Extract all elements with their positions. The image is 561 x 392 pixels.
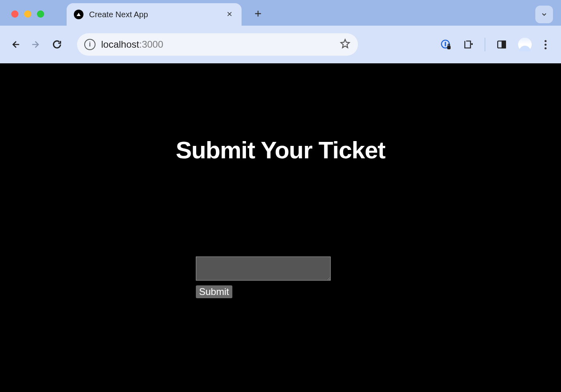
svg-rect-3 <box>502 41 506 48</box>
side-panel-button[interactable] <box>496 38 508 51</box>
bookmark-button[interactable] <box>339 38 351 51</box>
window-controls <box>11 10 44 18</box>
tab-favicon-icon <box>74 10 83 19</box>
extensions-button[interactable] <box>462 38 474 51</box>
onepassword-extension-button[interactable] <box>440 38 452 51</box>
browser-tab[interactable]: Create Next App <box>67 3 242 26</box>
window-fullscreen-button[interactable] <box>37 10 44 18</box>
address-bar[interactable]: i localhost:3000 <box>77 33 358 56</box>
window-minimize-button[interactable] <box>24 10 31 18</box>
plus-icon <box>254 9 262 18</box>
onepassword-icon <box>441 39 451 50</box>
reload-button[interactable] <box>48 36 66 53</box>
kebab-dot <box>545 40 547 42</box>
tab-search-button[interactable] <box>535 6 553 23</box>
info-icon: i <box>89 41 91 48</box>
ticket-form: Submit <box>196 257 331 298</box>
submit-button[interactable]: Submit <box>196 285 232 298</box>
page-viewport: Submit Your Ticket Submit <box>0 63 561 392</box>
side-panel-icon <box>496 39 507 50</box>
back-button[interactable] <box>6 36 24 53</box>
url-host: localhost <box>101 39 139 50</box>
toolbar-divider <box>485 38 485 51</box>
arrow-left-icon <box>10 39 20 50</box>
browser-titlebar: Create Next App <box>0 0 561 26</box>
toolbar-actions <box>440 38 549 52</box>
url-port: :3000 <box>139 39 163 50</box>
profile-button[interactable] <box>518 38 532 51</box>
tab-title: Create Next App <box>89 10 219 19</box>
svg-rect-1 <box>447 46 451 49</box>
kebab-dot <box>545 47 547 49</box>
new-tab-button[interactable] <box>251 6 265 22</box>
arrow-right-icon <box>31 39 41 50</box>
page-heading: Submit Your Ticket <box>0 63 561 164</box>
window-close-button[interactable] <box>11 10 18 18</box>
forward-button[interactable] <box>27 36 45 53</box>
close-tab-button[interactable] <box>225 8 234 21</box>
browser-toolbar: i localhost:3000 <box>0 26 561 63</box>
browser-menu-button[interactable] <box>542 38 549 52</box>
reload-icon <box>52 39 62 50</box>
avatar-icon <box>518 38 532 51</box>
kebab-dot <box>545 44 547 46</box>
ticket-textarea[interactable] <box>196 257 331 281</box>
puzzle-icon <box>463 39 474 50</box>
close-icon <box>226 11 233 17</box>
star-icon <box>339 38 351 49</box>
site-info-button[interactable]: i <box>84 39 96 50</box>
url-text: localhost:3000 <box>101 39 334 50</box>
chevron-down-icon <box>541 11 548 18</box>
